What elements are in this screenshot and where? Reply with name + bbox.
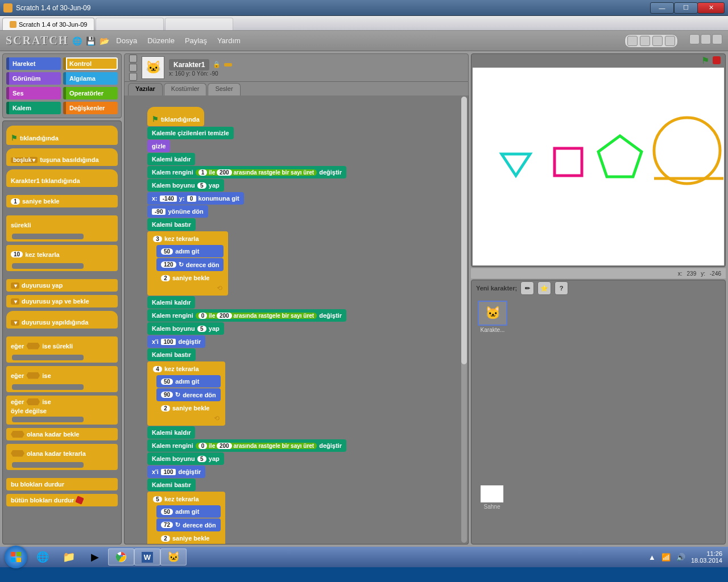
tray-sound-icon[interactable]: 🔊	[676, 553, 685, 562]
block-forever[interactable]: sürekli	[6, 215, 118, 242]
taskbar-explorer[interactable]: 📁	[56, 548, 82, 566]
s-pencolor-2[interactable]: Kalem rengini 0 ile 200 arasında rastgel…	[147, 309, 346, 322]
start-button[interactable]	[5, 546, 27, 568]
block-stop-all[interactable]: bütün blokları durdur	[6, 494, 118, 506]
s-repeat-1[interactable]: 3 kez tekrarla 50 adım git 120 ↻ derece …	[147, 231, 228, 296]
taskbar-ie[interactable]: 🌐	[30, 548, 56, 566]
s-repeat-2[interactable]: 4 kez tekrarla 50 adım git 90 ↻ derece d…	[147, 361, 225, 426]
block-if[interactable]: eğer ise	[6, 366, 118, 392]
stage-thumbnail[interactable]: Sahne	[476, 485, 508, 510]
script-area[interactable]: ⚑tıklandığında Kalemle çizilenleri temiz…	[124, 95, 469, 544]
rotate-none-icon[interactable]	[129, 73, 137, 81]
s-pensize-1[interactable]: Kalem boyunu 5 yap	[147, 179, 224, 192]
cat-kalem[interactable]: Kalem	[6, 102, 61, 114]
taskbar-media[interactable]: ▶	[82, 548, 108, 566]
s-move-1[interactable]: 50 adım git	[156, 245, 224, 257]
close-button[interactable]: ✕	[697, 2, 725, 14]
s-move-2[interactable]: 50 adım git	[156, 375, 221, 388]
scrollbar[interactable]	[461, 97, 467, 543]
s-move-3[interactable]: 50 adım git	[156, 505, 221, 518]
menu-paylas[interactable]: Paylaş	[181, 36, 210, 45]
block-wait-until[interactable]: olana kadar bekle	[6, 428, 118, 440]
s-goto[interactable]: x: -140 y: 0 konumuna git	[147, 192, 244, 205]
block-broadcast-wait[interactable]: duyurusu yap ve bekle	[6, 295, 118, 307]
s-penup-2[interactable]: Kalemi kaldır	[147, 296, 195, 309]
block-if-else[interactable]: eğer iseöyle değilse	[6, 396, 118, 425]
green-flag-button[interactable]: ⚑	[701, 55, 709, 66]
s-clear[interactable]: Kalemle çizilenleri temizle	[147, 127, 234, 139]
cat-gorunum[interactable]: Görünüm	[6, 72, 61, 85]
tab-other-1[interactable]	[96, 18, 164, 30]
shrink-icon[interactable]	[665, 36, 675, 46]
s-pendown-3[interactable]: Kalemi bastır	[147, 479, 196, 491]
s-pendown-2[interactable]: Kalemi bastır	[147, 348, 196, 361]
save-icon[interactable]: 💾	[85, 36, 96, 46]
s-when-flag[interactable]: ⚑tıklandığında	[147, 107, 204, 126]
s-penup-3[interactable]: Kalemi kaldır	[147, 426, 195, 439]
menu-duzenle[interactable]: Düzenle	[144, 36, 178, 45]
taskbar-scratch[interactable]: 🐱	[160, 548, 187, 566]
block-wait[interactable]: 1saniye bekle	[6, 195, 118, 207]
s-pensize-3[interactable]: Kalem boyunu 5 yap	[147, 452, 224, 465]
block-repeat-until[interactable]: olana kadar tekrarla	[6, 444, 118, 470]
s-turn-1[interactable]: 120 ↻ derece dön	[156, 258, 224, 271]
cut-icon[interactable]	[640, 36, 650, 46]
taskbar-word[interactable]: W	[134, 548, 160, 566]
lock-icon[interactable]: 🔒	[213, 61, 221, 68]
tray-network-icon[interactable]: 📶	[661, 553, 671, 562]
stamp-icon[interactable]	[627, 36, 638, 46]
s-pencolor-1[interactable]: Kalem rengini 1 ile 200 arasında rastgel…	[147, 166, 346, 178]
s-wait-1[interactable]: 2 saniye bekle	[156, 272, 224, 284]
rotate-full-icon[interactable]	[129, 55, 137, 63]
tab-sesler[interactable]: Sesler	[208, 83, 240, 95]
cat-degisken[interactable]: Değişkenler	[63, 102, 118, 114]
script-stack[interactable]: ⚑tıklandığında Kalemle çizilenleri temiz…	[147, 107, 439, 544]
s-repeat-3[interactable]: 5 kez tekrarla 50 adım git 72 ↻ derece d…	[147, 492, 225, 544]
s-changex-1[interactable]: x'i 100 değiştir	[147, 335, 205, 348]
sprite-name[interactable]: Karakter1	[169, 59, 209, 70]
s-point[interactable]: -90 yönüne dön	[147, 205, 208, 218]
block-when-flag[interactable]: ⚑tıklandığında	[6, 126, 118, 145]
globe-icon[interactable]: 🌐	[72, 36, 82, 46]
s-changex-2[interactable]: x'i 100 değiştir	[147, 465, 205, 478]
taskbar-chrome[interactable]	[108, 548, 134, 566]
cat-algilama[interactable]: Algılama	[63, 72, 118, 85]
block-broadcast[interactable]: duyurusu yap	[6, 279, 118, 292]
stop-button[interactable]	[713, 56, 721, 64]
block-when-receive[interactable]: duyurusu yapıldığında	[6, 311, 118, 329]
s-pensize-2[interactable]: Kalem boyunu 5 yap	[147, 322, 224, 335]
view-small-icon[interactable]	[689, 34, 700, 44]
cat-ses[interactable]: Ses	[6, 87, 61, 99]
block-when-key[interactable]: boşluktuşuna basıldığında	[6, 148, 118, 166]
paint-sprite-icon[interactable]: ✏	[520, 281, 534, 295]
maximize-button[interactable]: ☐	[674, 2, 698, 14]
grow-icon[interactable]	[652, 36, 663, 46]
menu-yardim[interactable]: Yardım	[214, 36, 244, 45]
view-normal-icon[interactable]	[701, 34, 711, 44]
tab-kostumler[interactable]: Kostümler	[164, 83, 207, 95]
block-stop-script[interactable]: bu blokları durdur	[6, 478, 118, 490]
s-pencolor-3[interactable]: Kalem rengini 0 ile 200 arasında rastgel…	[147, 439, 346, 452]
tab-other-2[interactable]	[165, 18, 233, 30]
s-penup-1[interactable]: Kalemi kaldır	[147, 153, 195, 165]
cat-hareket[interactable]: Hareket	[6, 57, 61, 70]
s-wait-3[interactable]: 2 saniye bekle	[156, 532, 221, 544]
sprite-item-karakter1[interactable]: 🐱 Karakte...	[476, 301, 509, 333]
tab-scratch[interactable]: Scratch 1.4 of 30-Jun-09	[2, 18, 94, 30]
block-repeat[interactable]: 10kez tekrarla	[6, 245, 118, 271]
s-gizle[interactable]: gizle	[147, 140, 170, 152]
minimize-button[interactable]: —	[650, 2, 674, 14]
s-wait-2[interactable]: 2 saniye bekle	[156, 402, 221, 414]
rotate-lr-icon[interactable]	[129, 64, 137, 72]
sprite-thumbnail[interactable]: 🐱	[142, 56, 164, 79]
tray-flag-icon[interactable]: ▲	[648, 553, 656, 562]
stage[interactable]	[473, 68, 724, 265]
s-turn-3[interactable]: 72 ↻ derece dön	[156, 518, 221, 531]
s-turn-2[interactable]: 90 ↻ derece dön	[156, 388, 221, 401]
block-when-sprite[interactable]: Karakter1 tıklandığında	[6, 169, 118, 187]
choose-sprite-icon[interactable]: ⭐	[537, 281, 551, 295]
surprise-sprite-icon[interactable]: ?	[555, 281, 568, 295]
s-pendown-1[interactable]: Kalemi bastır	[147, 218, 196, 231]
cat-kontrol[interactable]: Kontrol	[63, 57, 118, 70]
taskbar-clock[interactable]: 11:26 18.03.2014	[691, 550, 722, 564]
